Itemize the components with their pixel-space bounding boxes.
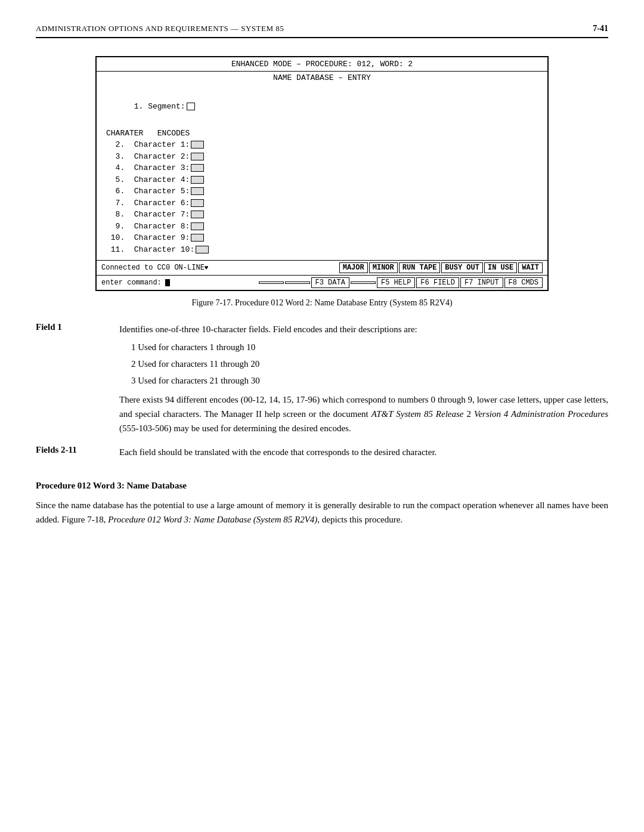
- terminal-section-header: CHARATER ENCODES: [106, 128, 538, 140]
- encode-box-7[interactable]: [191, 211, 204, 218]
- minor-button[interactable]: MINOR: [369, 262, 398, 273]
- terminal-char-row-4: 5. Character 4:: [106, 174, 538, 186]
- f7-input-button[interactable]: F7 INPUT: [460, 277, 503, 288]
- busy-out-button[interactable]: BUSY OUT: [441, 262, 483, 273]
- encode-box-3[interactable]: [191, 164, 204, 172]
- f6-field-button[interactable]: F6 FIELD: [416, 277, 459, 288]
- encode-box-9[interactable]: [191, 234, 204, 242]
- header-page-number: 7-41: [593, 24, 608, 33]
- fields-2-11-row: Fields 2-11 Each field should be transla…: [36, 445, 608, 463]
- terminal-char-row-9: 10. Character 9:: [106, 232, 538, 244]
- heart-icon: ♥: [205, 264, 209, 271]
- field-1-list-item-2: 2 Used for characters 11 through 20: [131, 357, 608, 371]
- encode-box-2[interactable]: [191, 153, 204, 160]
- field-1-note2-italic: Version 4 Administration Procedures: [474, 409, 608, 419]
- figure-caption: Figure 7-17. Procedure 012 Word 2: Name …: [95, 298, 549, 308]
- terminal-segment-line: 1. Segment:: [106, 89, 538, 124]
- status-text: Connected to CC0 ON-LINE♥: [101, 264, 338, 272]
- terminal-char-row-7: 8. Character 7:: [106, 209, 538, 221]
- encode-box-4[interactable]: [191, 176, 204, 184]
- in-use-button[interactable]: IN USE: [484, 262, 517, 273]
- terminal-char-row-3: 4. Character 3:: [106, 162, 538, 174]
- terminal-body: 1. Segment: CHARATER ENCODES 2. Characte…: [97, 84, 547, 260]
- page-header: ADMINISTRATION OPTIONS AND REQUIREMENTS …: [36, 24, 608, 38]
- field-1-note-italic: AT&T System 85 Release: [371, 409, 464, 419]
- procedure-paragraph: Since the name database has the potentia…: [36, 498, 608, 527]
- field-1-note: There exists 94 different encodes (00-12…: [119, 392, 608, 435]
- fn-empty-1[interactable]: [259, 282, 284, 284]
- field-1-label: Field 1: [36, 322, 119, 439]
- fn-empty-2[interactable]: [285, 282, 310, 284]
- field-1-list-item-1: 1 Used for characters 1 through 10: [131, 340, 608, 354]
- terminal-screen: ENHANCED MODE – PROCEDURE: 012, WORD: 2 …: [95, 56, 549, 291]
- fields-2-11-description: Each field should be translated with the…: [119, 445, 608, 459]
- encode-box-6[interactable]: [191, 199, 204, 207]
- encode-box-5[interactable]: [191, 187, 204, 195]
- header-title: ADMINISTRATION OPTIONS AND REQUIREMENTS …: [36, 24, 284, 33]
- command-cursor: [165, 279, 170, 286]
- fn-empty-3[interactable]: [351, 282, 376, 284]
- f5-help-button[interactable]: F5 HELP: [377, 277, 415, 288]
- segment-input[interactable]: [187, 103, 195, 110]
- fields-2-11-label: Fields 2-11: [36, 445, 119, 463]
- terminal-command-bar: enter command: F3 DATA F5 HELP F6 FIELD …: [97, 275, 547, 290]
- terminal-char-row-1: 2. Character 1:: [106, 139, 538, 151]
- field-1-list-item-3: 3 Used for characters 21 through 30: [131, 373, 608, 388]
- procedure-section: Procedure 012 Word 3: Name Database Sinc…: [36, 481, 608, 527]
- run-tape-button[interactable]: RUN TAPE: [399, 262, 441, 273]
- field-1-description: Identifies one-of-three 10-character fie…: [119, 322, 608, 336]
- terminal-char-row-5: 6. Character 5:: [106, 185, 538, 197]
- encode-box-8[interactable]: [191, 222, 204, 230]
- procedure-heading: Procedure 012 Word 3: Name Database: [36, 481, 608, 491]
- terminal-char-row-2: 3. Character 2:: [106, 151, 538, 163]
- major-button[interactable]: MAJOR: [339, 262, 368, 273]
- field-1-row: Field 1 Identifies one-of-three 10-chara…: [36, 322, 608, 439]
- terminal-char-row-6: 7. Character 6:: [106, 197, 538, 209]
- encode-box-10[interactable]: [196, 246, 209, 253]
- terminal-char-row-8: 9. Character 8:: [106, 221, 538, 233]
- terminal-top-bar: ENHANCED MODE – PROCEDURE: 012, WORD: 2: [97, 57, 547, 72]
- field-1-content: Identifies one-of-three 10-character fie…: [119, 322, 608, 439]
- terminal-status-bar: Connected to CC0 ON-LINE♥ MAJOR MINOR RU…: [97, 260, 547, 275]
- wait-button[interactable]: WAIT: [518, 262, 543, 273]
- f3-data-button[interactable]: F3 DATA: [311, 277, 349, 288]
- procedure-italic: Procedure 012 Word 3: Name Database (Sys…: [108, 515, 320, 524]
- f8-cmds-button[interactable]: F8 CMDS: [504, 277, 543, 288]
- encode-box-1[interactable]: [191, 141, 204, 149]
- terminal-subtitle: NAME DATABASE – ENTRY: [97, 72, 547, 84]
- character-encode-rows: 2. Character 1: 3. Character 2: 4. Chara…: [106, 139, 538, 255]
- terminal-char-row-10: 11. Character 10:: [106, 244, 538, 256]
- fields-2-11-content: Each field should be translated with the…: [119, 445, 608, 463]
- command-label: enter command:: [101, 279, 162, 287]
